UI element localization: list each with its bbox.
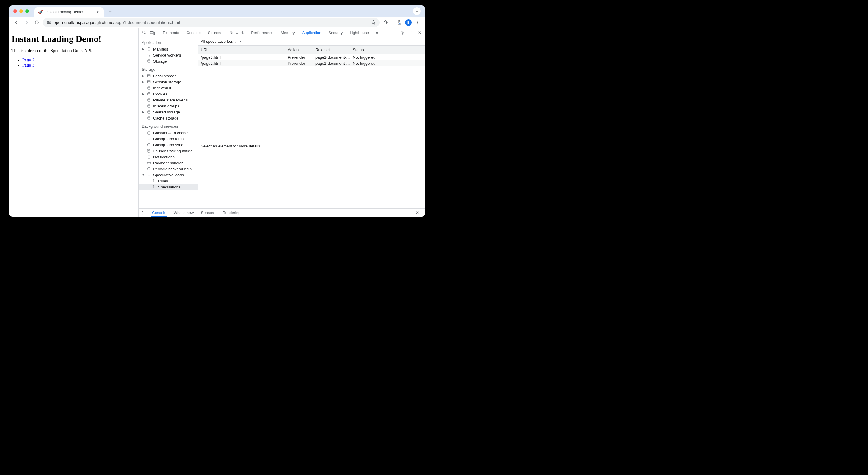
devtools-tab-application[interactable]: Application [299,28,325,37]
sidebar-item-notifications[interactable]: Notifications [139,154,198,160]
sidebar-item-bounce-tracking-mitigation[interactable]: Bounce tracking mitigation [139,148,198,154]
table-row[interactable]: /page3.htmlPrerenderpage1-document-…Not … [198,54,425,60]
svg-point-3 [399,24,400,25]
column-header-action[interactable]: Action [285,46,313,54]
column-header-url[interactable]: URL [198,46,285,54]
reload-icon [34,20,39,25]
cookie-icon [147,92,151,96]
sync-icon [147,137,151,141]
drawer-tab-sensors[interactable]: Sensors [197,209,219,217]
tab-search-button[interactable] [413,7,421,15]
drawer-tab-rendering[interactable]: Rendering [219,209,244,217]
sidebar-item-periodic-background-sync[interactable]: Periodic background sync [139,166,198,172]
devtools-tab-network[interactable]: Network [226,28,248,37]
address-bar[interactable]: open-chalk-asparagus.glitch.me/page1-doc… [43,18,379,27]
devtools-menu-button[interactable] [407,28,415,37]
profile-avatar[interactable]: B [405,19,412,26]
bookmark-button[interactable] [371,20,376,25]
sidebar-item-label: Notifications [153,155,175,159]
sidebar-item-label: Service workers [153,53,181,58]
traffic-lights [11,9,34,13]
site-settings-icon[interactable] [46,20,51,25]
svg-point-1 [48,22,49,23]
svg-point-0 [49,21,50,22]
back-button[interactable] [12,18,21,27]
devtools-tab-lighthouse[interactable]: Lighthouse [346,28,373,37]
devtools-tab-memory[interactable]: Memory [277,28,299,37]
drawer-tab-console[interactable]: Console [148,209,170,217]
sidebar-item-label: Manifest [153,47,168,52]
cell-status: Not triggered [350,54,425,60]
devtools-close-button[interactable] [415,28,424,37]
more-tabs-button[interactable] [373,28,381,37]
close-tab-button[interactable]: ✕ [95,10,100,14]
drawer-menu-button[interactable] [141,211,148,215]
sidebar-item-cache-storage[interactable]: Cache storage [139,115,198,121]
column-header-ruleset[interactable]: Rule set [313,46,350,54]
devtools-tab-security[interactable]: Security [325,28,346,37]
filter-bar: All speculative loa… [198,37,425,46]
sidebar-item-interest-groups[interactable]: Interest groups [139,103,198,109]
application-sidebar[interactable]: Application▶ManifestService workersStora… [139,37,198,208]
cylinder-icon [147,131,151,135]
sidebar-section-title: Storage [139,66,198,73]
sync-icon [151,179,156,183]
sidebar-item-private-state-tokens[interactable]: Private state tokens [139,97,198,103]
close-window-button[interactable] [13,9,17,13]
svg-point-25 [148,105,150,106]
labs-button[interactable] [395,18,403,27]
sidebar-item-cookies[interactable]: ▶Cookies [139,91,198,97]
devtools-tab-performance[interactable]: Performance [247,28,277,37]
sidebar-item-rules[interactable]: Rules [139,178,198,184]
minimize-window-button[interactable] [19,9,23,13]
device-toolbar-button[interactable] [148,28,157,37]
reload-button[interactable] [32,18,41,27]
page-link[interactable]: Page 3 [22,63,34,67]
chevron-right-icon: ▶ [142,75,145,77]
sidebar-item-background-sync[interactable]: Background sync [139,142,198,148]
devtools-settings-button[interactable] [399,28,407,37]
chevron-right-icon: ▶ [142,92,145,95]
column-header-status[interactable]: Status [350,46,425,54]
chevron-down-icon: ▼ [142,173,145,176]
table-row[interactable]: /page2.htmlPrerenderpage1-document-…Not … [198,60,425,66]
arrow-left-icon [14,20,19,25]
sidebar-item-indexeddb[interactable]: IndexedDB [139,85,198,91]
cell-ruleset: page1-document-… [313,54,350,60]
kebab-icon [141,211,145,215]
drawer-close-button[interactable] [415,211,423,215]
sidebar-item-payment-handler[interactable]: Payment handler [139,160,198,166]
sidebar-item-speculations[interactable]: Speculations [139,184,198,190]
sidebar-item-service-workers[interactable]: Service workers [139,52,198,58]
sidebar-item-storage[interactable]: Storage [139,58,198,64]
maximize-window-button[interactable] [25,9,29,13]
svg-point-10 [402,32,404,33]
chevron-right-icon: ▶ [142,80,145,83]
sidebar-item-local-storage[interactable]: ▶Local storage [139,73,198,79]
sidebar-item-speculative-loads[interactable]: ▼Speculative loads [139,172,198,178]
svg-point-21 [148,93,149,94]
star-icon [371,20,376,25]
extensions-button[interactable] [381,18,390,27]
page-link[interactable]: Page 2 [22,58,34,62]
drawer-tab-what-s-new[interactable]: What's new [170,209,197,217]
chrome-menu-button[interactable] [413,18,422,27]
cell-action: Prerender [285,60,313,66]
new-tab-button[interactable]: + [106,9,114,14]
speculation-filter-select[interactable]: All speculative loa… [201,39,242,43]
cylinder-icon [147,59,151,63]
sidebar-item-back-forward-cache[interactable]: Back/forward cache [139,130,198,136]
application-content: All speculative loa… URL Action Rule set… [198,37,425,208]
sidebar-item-background-fetch[interactable]: Background fetch [139,136,198,142]
devtools-tab-elements[interactable]: Elements [159,28,183,37]
sidebar-item-session-storage[interactable]: ▶Session storage [139,79,198,85]
devtools-tab-console[interactable]: Console [183,28,204,37]
devices-icon [150,30,155,35]
sidebar-item-label: Storage [153,59,167,63]
forward-button[interactable] [22,18,31,27]
browser-tab[interactable]: 🚀 Instant Loading Demo! ✕ [34,7,103,17]
inspect-element-button[interactable] [140,28,148,37]
sidebar-item-shared-storage[interactable]: ▶Shared storage [139,109,198,115]
sidebar-item-manifest[interactable]: ▶Manifest [139,46,198,52]
devtools-tab-sources[interactable]: Sources [204,28,226,37]
